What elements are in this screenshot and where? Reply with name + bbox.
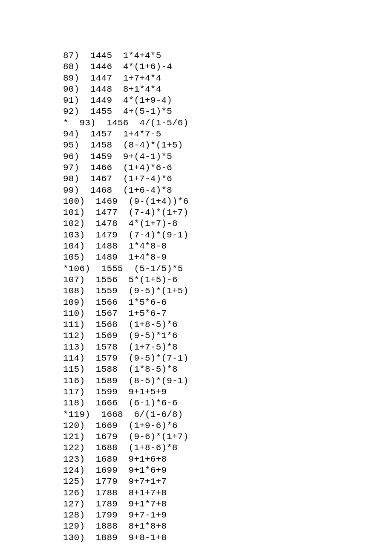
row-text: 120) 1669 (1+9-6)*6 bbox=[63, 421, 178, 431]
row-text: 116) 1589 (8-5)*(9-1) bbox=[63, 376, 188, 386]
row-text: 89) 1447 1+7+4*4 bbox=[63, 73, 161, 83]
row-text: 122) 1688 (1+8-6)*8 bbox=[63, 443, 178, 453]
list-item: true9314564/(1-5/6)* 93) 1456 4/(1-5/6) bbox=[63, 118, 392, 129]
row-text: 103) 1479 (7-4)*(9-1) bbox=[63, 230, 188, 240]
row-text: 117) 1599 9+1+5+9 bbox=[63, 387, 167, 397]
list-item: false981467(1+7-4)*698) 1467 (1+7-4)*6 bbox=[63, 173, 392, 185]
list-item: false9014488+1*4*490) 1448 8+1*4*4 bbox=[63, 84, 392, 95]
row-text: 107) 1556 5*(1+5)-6 bbox=[63, 275, 178, 285]
row-text: 128) 1799 9+7-1+9 bbox=[63, 510, 167, 520]
row-text: 113) 1578 (1+7-5)*8 bbox=[63, 342, 178, 352]
row-text: 127) 1789 9+1*7+8 bbox=[63, 499, 167, 509]
list-item: false1001469(9-(1+4))*6100) 1469 (9-(1+4… bbox=[63, 196, 392, 207]
row-text: 88) 1446 4*(1+6)-4 bbox=[63, 62, 172, 72]
row-text: *106) 1555 (5-1/5)*5 bbox=[63, 264, 183, 274]
list-item: false1121569(9-5)*1*6112) 1569 (9-5)*1*6 bbox=[63, 330, 392, 341]
row-text: 125) 1779 9+7+1+7 bbox=[63, 477, 167, 486]
list-item: false1131578(1+7-5)*8113) 1578 (1+7-5)*8 bbox=[63, 342, 392, 353]
list-item: true11916686/(1-6/8)*119) 1668 6/(1-6/8) bbox=[63, 409, 392, 420]
list-item: false951458(8-4)*(1+5)95) 1458 (8-4)*(1+… bbox=[63, 140, 392, 151]
list-item: false1031479(7-4)*(9-1)103) 1479 (7-4)*(… bbox=[63, 230, 392, 241]
list-item: false8814464*(1+6)-488) 1446 4*(1+6)-4 bbox=[63, 61, 392, 72]
row-text: 130) 1889 9+8-1+8 bbox=[63, 533, 167, 543]
row-text: 121) 1679 (9-6)*(1+7) bbox=[63, 432, 188, 442]
list-item: false11015671+5*6-7110) 1567 1+5*6-7 bbox=[63, 308, 392, 319]
list-item: false10715565*(1+5)-6107) 1556 5*(1+5)-6 bbox=[63, 275, 392, 286]
list-item: false13018899+8-1+8130) 1889 9+8-1+8 bbox=[63, 532, 392, 543]
list-item: false12817999+7-1+9128) 1799 9+7-1+9 bbox=[63, 510, 392, 521]
row-text: 92) 1455 4+(5-1)*5 bbox=[63, 107, 172, 116]
list-item: false9214554+(5-1)*592) 1455 4+(5-1)*5 bbox=[63, 106, 392, 117]
row-text: 100) 1469 (9-(1+4))*6 bbox=[63, 197, 188, 206]
row-text: 99) 1468 (1+6-4)*8 bbox=[63, 185, 172, 195]
row-text: 105) 1489 1+4*8-9 bbox=[63, 252, 167, 262]
list-item: false1201669(1+9-6)*6120) 1669 (1+9-6)*6 bbox=[63, 420, 392, 431]
row-text: 95) 1458 (8-4)*(1+5) bbox=[63, 140, 183, 150]
row-text: 94) 1457 1+4*7-5 bbox=[63, 129, 161, 139]
row-text: *119) 1668 6/(1-6/8) bbox=[63, 410, 183, 419]
list-item: false12717899+1*7+8127) 1789 9+1*7+8 bbox=[63, 499, 392, 510]
row-text: 91) 1449 4*(1+9-4) bbox=[63, 95, 172, 105]
list-item: false10414881*4*8-8104) 1488 1*4*8-8 bbox=[63, 241, 392, 252]
row-text: 102) 1478 4*(1+7)-8 bbox=[63, 219, 178, 228]
list-item: false9414571+4*7-594) 1457 1+4*7-5 bbox=[63, 129, 392, 140]
list-item: false1141579(9-5)*(7-1)114) 1579 (9-5)*(… bbox=[63, 353, 392, 364]
row-text: 108) 1559 (9-5)*(1+5) bbox=[63, 286, 188, 296]
list-item: false1211679(9-6)*(1+7)121) 1679 (9-6)*(… bbox=[63, 431, 392, 442]
list-item: false991468(1+6-4)*899) 1468 (1+6-4)*8 bbox=[63, 185, 392, 196]
list-item: false12617888+1+7+8126) 1788 8+1+7+8 bbox=[63, 488, 392, 499]
row-text: 87) 1445 1*4+4*5 bbox=[63, 51, 161, 61]
row-text: 112) 1569 (9-5)*1*6 bbox=[63, 331, 178, 341]
row-text: 90) 1448 8+1*4*4 bbox=[63, 84, 161, 94]
list-item: false12918888+1*8+8129) 1888 8+1*8+8 bbox=[63, 521, 392, 532]
row-text: 110) 1567 1+5*6-7 bbox=[63, 309, 167, 318]
row-text: 98) 1467 (1+7-4)*6 bbox=[63, 174, 172, 184]
row-text: 118) 1666 (6-1)*6-6 bbox=[63, 398, 178, 408]
list-item: false1011477(7-4)*(1+7)101) 1477 (7-4)*(… bbox=[63, 207, 392, 218]
list-item: false11715999+1+5+9117) 1599 9+1+5+9 bbox=[63, 387, 392, 398]
row-text: 114) 1579 (9-5)*(7-1) bbox=[63, 353, 188, 363]
list-item: false10915661*5*6-6109) 1566 1*5*6-6 bbox=[63, 297, 392, 308]
row-text: 115) 1588 (1*8-5)*8 bbox=[63, 364, 178, 374]
list-item: false1111568(1+8-5)*6111) 1568 (1+8-5)*6 bbox=[63, 319, 392, 330]
row-text: 129) 1888 8+1*8+8 bbox=[63, 521, 167, 531]
row-text: 96) 1459 9+(4-1)*5 bbox=[63, 152, 172, 162]
list-item: false12517799+7+1+7125) 1779 9+7+1+7 bbox=[63, 476, 392, 487]
list-item: false9114494*(1+9-4)91) 1449 4*(1+9-4) bbox=[63, 95, 392, 106]
row-text: 123) 1689 9+1+6+8 bbox=[63, 454, 167, 464]
list-item: false1081559(9-5)*(1+5)108) 1559 (9-5)*(… bbox=[63, 286, 392, 297]
solution-list: false8714451*4+4*587) 1445 1*4+4*5false8… bbox=[0, 0, 392, 543]
list-item: true1061555(5-1/5)*5*106) 1555 (5-1/5)*5 bbox=[63, 263, 392, 275]
row-text: 101) 1477 (7-4)*(1+7) bbox=[63, 208, 188, 217]
list-item: false1161589(8-5)*(9-1)116) 1589 (8-5)*(… bbox=[63, 376, 392, 387]
list-item: false8914471+7+4*489) 1447 1+7+4*4 bbox=[63, 73, 392, 84]
list-item: false971466(1+4)*6-697) 1466 (1+4)*6-6 bbox=[63, 162, 392, 173]
list-item: false1151588(1*8-5)*8115) 1588 (1*8-5)*8 bbox=[63, 364, 392, 375]
list-item: false12416999+1*6+9124) 1699 9+1*6+9 bbox=[63, 465, 392, 476]
row-text: 104) 1488 1*4*8-8 bbox=[63, 241, 167, 251]
row-text: 124) 1699 9+1*6+9 bbox=[63, 465, 167, 475]
list-item: false1181666(6-1)*6-6118) 1666 (6-1)*6-6 bbox=[63, 398, 392, 409]
row-text: 109) 1566 1*5*6-6 bbox=[63, 298, 167, 307]
row-text: 111) 1568 (1+8-5)*6 bbox=[63, 320, 178, 330]
list-item: false10514891+4*8-9105) 1489 1+4*8-9 bbox=[63, 252, 392, 263]
list-item: false9614599+(4-1)*596) 1459 9+(4-1)*5 bbox=[63, 151, 392, 162]
row-text: * 93) 1456 4/(1-5/6) bbox=[63, 118, 188, 128]
list-item: false1221688(1+8-6)*8122) 1688 (1+8-6)*8 bbox=[63, 442, 392, 454]
list-item: false8714451*4+4*587) 1445 1*4+4*5 bbox=[63, 50, 392, 61]
row-text: 97) 1466 (1+4)*6-6 bbox=[63, 163, 172, 173]
list-item: false12316899+1+6+8123) 1689 9+1+6+8 bbox=[63, 454, 392, 465]
row-text: 126) 1788 8+1+7+8 bbox=[63, 488, 167, 498]
list-item: false10214784*(1+7)-8102) 1478 4*(1+7)-8 bbox=[63, 218, 392, 229]
